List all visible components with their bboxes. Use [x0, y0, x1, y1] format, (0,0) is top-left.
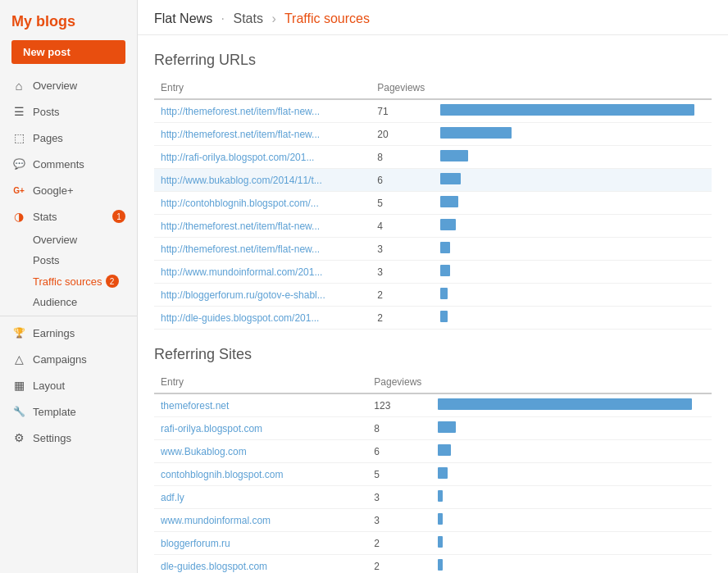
table-row: http://themeforest.net/item/flat-new... …	[154, 238, 712, 261]
bar-cell	[431, 463, 712, 486]
stats-badge: 1	[112, 210, 125, 223]
pageviews-num: 4	[371, 215, 434, 238]
table-row: http://rafi-orilya.blogspot.com/201... 8	[154, 146, 712, 169]
site-link[interactable]: rafi-orilya.blogspot.com	[161, 423, 262, 434]
sidebar-item-pages[interactable]: Pages	[0, 125, 137, 151]
sidebar-item-settings[interactable]: Settings	[0, 425, 137, 451]
bar	[440, 311, 448, 322]
sidebar-subitem-overview[interactable]: Overview	[0, 230, 137, 250]
sidebar-item-label: Posts	[33, 106, 125, 118]
pageviews-num: 2	[371, 284, 434, 307]
sidebar-item-comments[interactable]: Comments	[0, 151, 137, 177]
referring-sites-title: Referring Sites	[154, 346, 712, 363]
sidebar-item-earnings[interactable]: Earnings	[0, 320, 137, 346]
url-link[interactable]: http://www.mundoinformal.com/201...	[161, 266, 322, 278]
pages-icon	[11, 130, 26, 145]
bar	[438, 513, 443, 525]
site-link[interactable]: themeforest.net	[161, 400, 229, 412]
url-link[interactable]: http://rafi-orilya.blogspot.com/201...	[161, 152, 314, 163]
posts-icon	[11, 104, 26, 119]
bar	[438, 559, 443, 571]
sidebar-item-stats[interactable]: Stats 1	[0, 203, 137, 230]
divider	[0, 316, 137, 316]
settings-icon	[11, 430, 26, 445]
sidebar-item-template[interactable]: Template	[0, 398, 137, 425]
sidebar-item-label: Settings	[33, 432, 125, 444]
bar-cell	[434, 238, 712, 261]
url-link[interactable]: http://www.bukablog.com/2014/11/t...	[161, 175, 322, 186]
sidebar-item-label: Campaigns	[33, 353, 125, 366]
url-link[interactable]: http://themeforest.net/item/flat-new...	[161, 129, 320, 140]
table-row: http://bloggerforum.ru/gotov-e-shabl... …	[154, 284, 712, 307]
breadcrumb-sep2: ›	[271, 11, 275, 25]
site-link[interactable]: contohblognih.blogspot.com	[161, 469, 283, 480]
pageviews-num: 71	[371, 99, 434, 123]
sidebar-subitem-traffic[interactable]: Traffic sources 2	[0, 271, 137, 292]
main-content: Flat News · Stats › Traffic sources Refe…	[138, 0, 728, 573]
sidebar-item-posts[interactable]: Posts	[0, 98, 137, 125]
sidebar-item-label: Layout	[33, 380, 125, 392]
bar-cell	[434, 215, 712, 238]
pageviews-num: 2	[371, 307, 434, 330]
home-icon	[11, 78, 26, 93]
googleplus-icon	[11, 183, 26, 198]
bar-cell	[431, 393, 712, 417]
traffic-sources-label: Traffic sources	[33, 275, 102, 288]
breadcrumb: Flat News · Stats › Traffic sources	[154, 11, 712, 26]
table-row: http://www.bukablog.com/2014/11/t... 6	[154, 169, 712, 192]
breadcrumb-current: Traffic sources	[284, 11, 370, 25]
bar	[440, 265, 450, 276]
url-link[interactable]: http://bloggerforum.ru/gotov-e-shabl...	[161, 289, 325, 301]
url-link[interactable]: http://dle-guides.blogspot.com/201...	[161, 312, 319, 324]
pageviews-num: 3	[371, 238, 434, 261]
bar-cell	[434, 307, 712, 330]
bar-cell	[431, 532, 712, 555]
bar-cell	[434, 261, 712, 284]
stats-icon	[11, 209, 26, 224]
table-row: rafi-orilya.blogspot.com 8	[154, 417, 712, 440]
sidebar-item-googleplus[interactable]: Google+	[0, 177, 137, 203]
breadcrumb-section[interactable]: Stats	[233, 11, 262, 25]
new-post-button[interactable]: New post	[11, 40, 125, 64]
site-link[interactable]: www.mundoinformal.com	[161, 515, 271, 526]
sidebar-item-label: Overview	[33, 80, 125, 92]
table-row: http://themeforest.net/item/flat-new... …	[154, 99, 712, 123]
bar	[440, 196, 458, 207]
site-link[interactable]: bloggerforum.ru	[161, 538, 230, 549]
bar-cell	[434, 192, 712, 215]
comments-icon	[11, 157, 26, 171]
sidebar-item-layout[interactable]: Layout	[0, 372, 137, 398]
earnings-icon	[11, 325, 26, 340]
sidebar-item-overview[interactable]: Overview	[0, 72, 137, 98]
pageviews-num: 6	[371, 169, 434, 192]
pageviews-num: 20	[371, 123, 434, 146]
pageviews-num: 8	[371, 146, 434, 169]
url-link[interactable]: http://themeforest.net/item/flat-new...	[161, 221, 320, 232]
referring-urls-table: Entry Pageviews http://themeforest.net/i…	[154, 77, 712, 330]
sidebar-subitem-audience[interactable]: Audience	[0, 292, 137, 312]
pageviews-num: 3	[371, 261, 434, 284]
url-link[interactable]: http://themeforest.net/item/flat-new...	[161, 243, 320, 255]
table-row: themeforest.net 123	[154, 393, 712, 417]
url-link[interactable]: http://contohblognih.blogspot.com/...	[161, 198, 319, 209]
bar	[440, 242, 450, 253]
sidebar-subitem-posts[interactable]: Posts	[0, 250, 137, 271]
bar-cell	[431, 417, 712, 440]
col-bar	[434, 77, 712, 99]
site-link[interactable]: adf.ly	[161, 492, 184, 503]
breadcrumb-sep1: ·	[221, 11, 225, 25]
sidebar-item-campaigns[interactable]: Campaigns	[0, 346, 137, 372]
referring-urls-section: Referring URLs Entry Pageviews http://th…	[154, 52, 712, 330]
bar	[440, 150, 468, 161]
site-link[interactable]: www.Bukablog.com	[161, 446, 247, 457]
table-row: www.Bukablog.com 6	[154, 440, 712, 463]
table-row: http://themeforest.net/item/flat-new... …	[154, 215, 712, 238]
bar	[440, 104, 694, 116]
url-link[interactable]: http://themeforest.net/item/flat-new...	[161, 106, 320, 117]
bar-cell	[431, 555, 712, 574]
table-row: http://dle-guides.blogspot.com/201... 2	[154, 307, 712, 330]
site-link[interactable]: dle-guides.blogspot.com	[161, 561, 267, 572]
sidebar-item-label: Google+	[33, 184, 125, 197]
pageviews-num: 2	[367, 555, 431, 574]
col-bar	[431, 371, 712, 393]
